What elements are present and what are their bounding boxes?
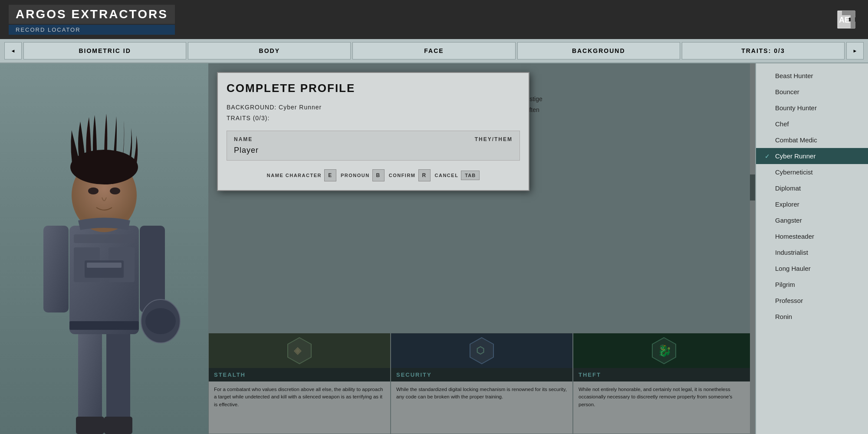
svg-rect-9 bbox=[69, 321, 139, 330]
background-list-item-gangster[interactable]: Gangster bbox=[756, 212, 868, 228]
background-list-sidebar: Beast HunterBouncerBounty HunterChefComb… bbox=[755, 63, 868, 434]
confirm-label: CONFIRM bbox=[389, 173, 416, 178]
tab-background[interactable]: BACKGROUND bbox=[517, 42, 680, 59]
pronoun-button[interactable]: PRONOUN B bbox=[341, 169, 385, 181]
center-content: Cyber Runner prestiget, often ◈ STEALTH … bbox=[208, 63, 755, 434]
nav-tabs: ◄ BIOMETRIC ID BODY FACE BACKGROUND TRAI… bbox=[0, 39, 868, 63]
background-list-item-long-hauler[interactable]: Long Hauler bbox=[756, 260, 868, 276]
background-list-label: Homesteader bbox=[775, 233, 814, 240]
tab-traits[interactable]: TRAITS: 0/3 bbox=[682, 42, 845, 59]
background-list-label: Pilgrim bbox=[775, 281, 795, 288]
background-list-label: Industrialist bbox=[775, 249, 808, 256]
background-list-item-industrialist[interactable]: Industrialist bbox=[756, 244, 868, 260]
modal-name-value: Player bbox=[234, 146, 513, 155]
modal-background-label: BACKGROUND: Cyber Runner bbox=[227, 104, 322, 111]
background-list-item-cyber-runner[interactable]: ✓Cyber Runner bbox=[756, 148, 868, 164]
cancel-key-badge: TAB bbox=[461, 171, 480, 180]
cancel-button[interactable]: CANCEL TAB bbox=[435, 171, 480, 180]
title-block: ARGOS EXTRACTORS RECORD LOCATOR bbox=[9, 5, 175, 35]
svg-rect-10 bbox=[43, 226, 69, 312]
name-character-button[interactable]: NAME CHARACTER E bbox=[267, 169, 336, 181]
background-list-item-explorer[interactable]: Explorer bbox=[756, 196, 868, 212]
pronoun-header-label: THEY/THEM bbox=[475, 136, 513, 142]
background-list-label: Beast Hunter bbox=[775, 72, 813, 79]
background-list-label: Gangster bbox=[775, 217, 802, 224]
pronoun-label: PRONOUN bbox=[341, 173, 370, 178]
logo: AE bbox=[833, 9, 859, 30]
svg-rect-4 bbox=[104, 417, 132, 434]
background-list-label: Chef bbox=[775, 120, 789, 128]
background-list-item-bouncer[interactable]: Bouncer bbox=[756, 84, 868, 100]
tab-face[interactable]: FACE bbox=[352, 42, 515, 59]
character-portrait bbox=[0, 63, 208, 434]
background-list-label: Bouncer bbox=[775, 88, 799, 95]
background-list-label: Long Hauler bbox=[775, 265, 811, 272]
background-list-item-beast-hunter[interactable]: Beast Hunter bbox=[756, 68, 868, 84]
background-list-item-combat-medic[interactable]: Combat Medic bbox=[756, 132, 868, 148]
modal-traits-line: TRAITS (0/3): bbox=[227, 113, 520, 124]
modal-overlay: COMPLETE PROFILE BACKGROUND: Cyber Runne… bbox=[208, 63, 755, 434]
svg-rect-3 bbox=[76, 417, 104, 434]
background-list-item-chef[interactable]: Chef bbox=[756, 116, 868, 132]
background-list-item-homesteader[interactable]: Homesteader bbox=[756, 228, 868, 244]
tab-body[interactable]: BODY bbox=[188, 42, 351, 59]
check-icon: ✓ bbox=[765, 153, 772, 160]
nav-right-button[interactable]: ► bbox=[846, 42, 864, 59]
background-list-label: Combat Medic bbox=[775, 136, 817, 144]
complete-profile-modal: COMPLETE PROFILE BACKGROUND: Cyber Runne… bbox=[217, 72, 529, 191]
background-list-label: Diplomat bbox=[775, 184, 801, 192]
background-list-item-pilgrim[interactable]: Pilgrim bbox=[756, 276, 868, 293]
background-list-label: Cyberneticist bbox=[775, 168, 813, 176]
portrait-area bbox=[0, 63, 208, 434]
name-header-label: NAME bbox=[234, 136, 253, 142]
modal-info: BACKGROUND: Cyber Runner TRAITS (0/3): bbox=[227, 102, 520, 124]
modal-traits-label: TRAITS (0/3): bbox=[227, 115, 270, 122]
nav-left-button[interactable]: ◄ bbox=[4, 42, 22, 59]
cancel-label: CANCEL bbox=[435, 173, 459, 178]
pronoun-key-badge: B bbox=[372, 169, 385, 181]
modal-background-line: BACKGROUND: Cyber Runner bbox=[227, 102, 520, 113]
top-bar: ARGOS EXTRACTORS RECORD LOCATOR AE bbox=[0, 0, 868, 39]
modal-buttons: NAME CHARACTER E PRONOUN B CONFIRM R CAN… bbox=[227, 169, 520, 181]
svg-rect-6 bbox=[74, 234, 135, 243]
svg-point-18 bbox=[70, 150, 138, 184]
svg-point-16 bbox=[88, 187, 99, 194]
svg-point-13 bbox=[145, 308, 176, 334]
name-character-label: NAME CHARACTER bbox=[267, 173, 322, 178]
background-list-item-bounty-hunter[interactable]: Bounty Hunter bbox=[756, 100, 868, 116]
background-list-label: Explorer bbox=[775, 201, 799, 208]
main-content: Cyber Runner prestiget, often ◈ STEALTH … bbox=[0, 63, 868, 434]
modal-name-header: NAME THEY/THEM bbox=[234, 136, 513, 142]
confirm-button[interactable]: CONFIRM R bbox=[389, 169, 431, 181]
name-key-badge: E bbox=[324, 169, 336, 181]
svg-text:AE: AE bbox=[839, 16, 850, 24]
background-list-label: Ronin bbox=[775, 313, 792, 320]
modal-name-section: NAME THEY/THEM Player bbox=[227, 131, 520, 161]
game-title: ARGOS EXTRACTORS bbox=[9, 5, 175, 24]
svg-point-17 bbox=[110, 187, 120, 194]
background-list-item-cyberneticist[interactable]: Cyberneticist bbox=[756, 164, 868, 180]
svg-rect-20 bbox=[87, 263, 122, 268]
background-list-label: Bounty Hunter bbox=[775, 104, 817, 112]
modal-title: COMPLETE PROFILE bbox=[227, 82, 520, 95]
background-list-label: Professor bbox=[775, 297, 803, 304]
tab-biometric-id[interactable]: BIOMETRIC ID bbox=[23, 42, 186, 59]
confirm-key-badge: R bbox=[418, 169, 431, 181]
subtitle: RECORD LOCATOR bbox=[9, 25, 175, 35]
background-list-item-diplomat[interactable]: Diplomat bbox=[756, 180, 868, 196]
background-list-item-professor[interactable]: Professor bbox=[756, 293, 868, 309]
background-list-item-ronin[interactable]: Ronin bbox=[756, 309, 868, 325]
background-list-label: Cyber Runner bbox=[775, 152, 815, 160]
